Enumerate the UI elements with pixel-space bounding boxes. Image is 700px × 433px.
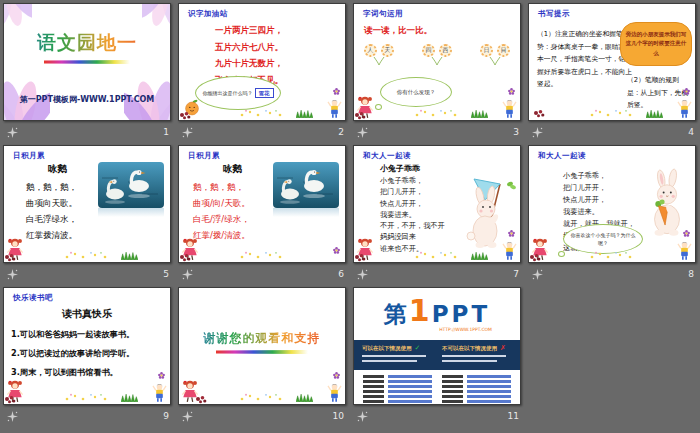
sprinkle-dots — [590, 109, 634, 117]
geese-photo — [98, 162, 164, 217]
allowed-heading: 可以在以下情况使用 — [362, 345, 412, 352]
slide-number: 9 — [163, 411, 169, 421]
reading-title: 读书真快乐 — [4, 307, 170, 321]
slide-thumbnail-7[interactable]: 和大人一起读 小兔子乖乖 小兔子乖乖，把门儿开开， 快点儿开开，我要进来。 不开… — [353, 145, 521, 263]
template-site-footer: 第一PPT模板网-WWW.1PPT.COM — [4, 94, 170, 105]
rabbit-with-carrot-illustration — [644, 168, 690, 238]
slide-thumbnail-11[interactable]: 第1PPT HTTP://WWW.1PPT.COM 可以在以下情况使用 ✓ 不可… — [353, 287, 521, 405]
animation-star-icon — [532, 269, 543, 280]
slide-sorter-grid: 语文园地一 第一PPT模板网-WWW.1PPT.COM 1 识字加油站 一片两片… — [0, 0, 700, 429]
character-flower: 天 — [381, 44, 394, 57]
dark-flower-cluster — [4, 253, 16, 262]
dark-flower-cluster — [195, 395, 207, 404]
slide-number: 11 — [508, 411, 519, 421]
purple-flower-icon — [683, 230, 690, 237]
slide-thumbnail-5[interactable]: 日积月累 咏鹅 鹅，鹅，鹅，曲项向天歌。 白毛浮绿水，红掌拨清波。 — [3, 145, 171, 263]
goose-poem-with-pauses: 鹅，鹅，鹅，曲项/向/天歌。 白毛/浮/绿水，红掌/拨/清波。 — [193, 179, 250, 243]
fine-print-column — [363, 375, 432, 399]
slide-thumbnail-10[interactable]: 谢谢您的观看和支持 — [178, 287, 346, 405]
section-header: 字词句运用 — [363, 9, 403, 19]
slide-thumbnail-6[interactable]: 日积月累 咏鹅 鹅，鹅，鹅，曲项/向/天歌。 白毛/浮/绿水，红掌/拨/清波。 — [178, 145, 346, 263]
goose-poem: 鹅，鹅，鹅，曲项向天歌。 白毛浮绿水，红掌拨清波。 — [26, 179, 77, 243]
section-header: 日积月累 — [13, 151, 45, 161]
section-header: 和大人一起读 — [538, 151, 586, 161]
slide-number: 1 — [163, 127, 169, 137]
bubble-question: 你喜欢这个小兔子吗？为什么呢？ — [570, 231, 636, 247]
1ppt-logo: 第1PPT — [384, 296, 490, 326]
license-fine-print — [354, 370, 520, 404]
rainbow-underline — [44, 60, 130, 64]
slide-thumbnail-9[interactable]: 快乐读书吧 读书真快乐 1.可以和爸爸妈妈一起读故事书。 2.可以把读过的故事讲… — [3, 287, 171, 405]
boy-illustration — [677, 98, 692, 119]
logo-area: 第1PPT HTTP://WWW.1PPT.COM — [354, 288, 520, 340]
sprinkle-dots — [240, 251, 284, 259]
dark-flower-cluster — [529, 253, 541, 262]
fine-print-line — [362, 355, 426, 357]
purple-flower-icon — [158, 372, 165, 379]
sprinkle-dots — [415, 251, 459, 259]
reading-list: 1.可以和爸爸妈妈一起读故事书。 2.可以把读过的故事讲给同学听。 3.周末，可… — [11, 325, 134, 382]
slide-number: 2 — [338, 127, 344, 137]
bubble-question: 你有什么发现？ — [397, 88, 436, 97]
dark-flower-cluster — [4, 395, 16, 404]
character-flower: 目 — [497, 44, 510, 57]
sprinkle-dots — [590, 251, 634, 259]
corner-fan — [142, 3, 171, 30]
animation-star-icon — [532, 127, 543, 138]
flower-stems — [428, 57, 446, 65]
dark-flower-cluster — [179, 111, 191, 120]
activity-instruction: 读一读，比一比。 — [364, 25, 432, 37]
boy-illustration — [327, 382, 342, 403]
rainbow-underline — [216, 350, 308, 354]
slide-thumbnail-1[interactable]: 语文园地一 第一PPT模板网-WWW.1PPT.COM — [3, 3, 171, 121]
sprinkle-dots — [240, 393, 284, 401]
grass-icon — [121, 251, 138, 260]
slide-number: 3 — [513, 127, 519, 137]
flower-stems — [370, 57, 388, 65]
flower-stems — [486, 57, 504, 65]
section-header: 识字加油站 — [188, 9, 228, 19]
slide-number: 10 — [333, 411, 344, 421]
animation-star-icon — [182, 411, 193, 422]
character-flower: 西 — [439, 44, 452, 57]
slide-thumbnail-4[interactable]: 书写提示 （1）注意正确的坐姿和握笔姿势：身体离桌子一拳，眼睛离书本一尺，手指离… — [528, 3, 696, 121]
thanks-title: 谢谢您的观看和支持 — [179, 330, 345, 347]
rabbit-with-net-illustration — [460, 176, 516, 250]
grass-icon — [646, 109, 663, 118]
cross-icon: ✗ — [500, 344, 506, 352]
grass-icon — [296, 109, 313, 118]
thought-bubble: 你有什么发现？ — [380, 77, 452, 107]
fine-print-line — [442, 355, 506, 357]
purple-flower-icon — [508, 230, 515, 237]
slide-thumbnail-8[interactable]: 和大人一起读 小兔子乖乖，把门儿开开， 快点儿开开，我要进来。 就开，就开，我就… — [528, 145, 696, 263]
section-header: 日积月累 — [188, 151, 220, 161]
slide-thumbnail-2[interactable]: 识字加油站 一片两片三四片，五片六片七八片。 九片十片无数片，飞入水中都不见。 … — [178, 3, 346, 121]
sprinkle-dots — [65, 393, 109, 401]
purple-flower-icon — [333, 88, 340, 95]
purple-flower-icon — [333, 372, 340, 379]
fine-print-line — [442, 360, 497, 362]
thought-bubble: 你能猜出这是什么吗？雪花 — [195, 76, 281, 110]
grass-icon — [471, 251, 488, 260]
character-flower: 四 — [422, 44, 435, 57]
rhyme-lines: 小兔子乖乖，把门儿开开， 快点儿开开，我要进来。 不开，不开，我不开妈妈没回来 … — [380, 175, 445, 254]
character-flower: 日 — [480, 44, 493, 57]
slide-number: 4 — [688, 127, 694, 137]
section-header: 书写提示 — [538, 9, 570, 19]
thought-bubble: 你喜欢这个小兔子吗？为什么呢？ — [563, 224, 643, 254]
geese-photo — [273, 162, 339, 217]
logo-url: HTTP://WWW.1PPT.COM — [439, 327, 492, 332]
section-header: 和大人一起读 — [363, 151, 411, 161]
denied-heading: 不可以在以下情况使用 — [442, 345, 497, 352]
purple-flower-icon — [508, 88, 515, 95]
animation-star-icon — [7, 127, 18, 138]
slide-thumbnail-3[interactable]: 字词句运用 读一读，比一比。 人 天 四 西 日 目 你有什么发现 — [353, 3, 521, 121]
dark-flower-cluster — [354, 253, 366, 262]
boy-illustration — [152, 382, 167, 403]
fine-print-line — [362, 360, 417, 362]
corner-fan — [3, 3, 32, 30]
purple-flower-icon — [333, 247, 340, 254]
sprinkle-dots — [65, 251, 109, 259]
rhyme-title: 小兔子乖乖 — [380, 163, 420, 174]
grass-icon — [471, 109, 488, 118]
